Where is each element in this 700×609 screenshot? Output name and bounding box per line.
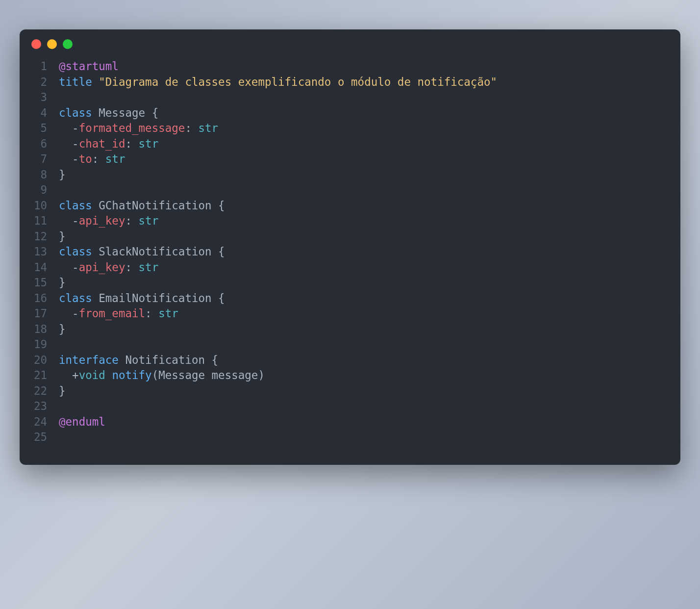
line-content: class EmailNotification { (59, 291, 225, 306)
code-line[interactable]: 1@startuml (20, 59, 680, 75)
line-number: 4 (20, 105, 59, 121)
code-line[interactable]: 15} (20, 275, 680, 291)
code-line[interactable]: 14 -api_key: str (20, 260, 680, 276)
code-line[interactable]: 7 -to: str (20, 152, 680, 167)
line-content: } (59, 275, 66, 291)
maximize-icon[interactable] (63, 39, 73, 49)
code-token: api_key (79, 261, 125, 274)
line-content (59, 182, 66, 198)
code-token: - (59, 214, 79, 227)
code-line[interactable]: 24@enduml (20, 414, 680, 430)
code-token: SlackNotification (99, 245, 211, 258)
line-content (59, 90, 66, 105)
code-token: + (59, 369, 79, 381)
code-token: class (59, 199, 92, 212)
code-token: void (79, 369, 105, 381)
code-line[interactable]: 6 -chat_id: str (20, 136, 680, 152)
line-number: 2 (20, 75, 59, 90)
code-line[interactable]: 12} (20, 229, 680, 245)
line-content: } (59, 167, 66, 183)
code-line[interactable]: 17 -from_email: str (20, 306, 680, 322)
close-icon[interactable] (31, 39, 41, 49)
code-token: Message message (158, 369, 258, 381)
code-line[interactable]: 11 -api_key: str (20, 213, 680, 229)
line-content: class SlackNotification { (59, 244, 225, 260)
code-line[interactable]: 8} (20, 167, 680, 183)
line-content: -chat_id: str (59, 136, 158, 152)
code-token: } (59, 168, 66, 181)
code-token: { (212, 199, 225, 212)
code-line[interactable]: 25 (20, 430, 680, 445)
code-token: str (139, 214, 159, 227)
code-token: { (145, 106, 158, 119)
code-token: - (59, 137, 79, 150)
code-token: from_email (79, 307, 145, 320)
code-area[interactable]: 1@startuml2title "Diagrama de classes ex… (20, 54, 680, 465)
code-token: interface (59, 354, 119, 366)
code-line[interactable]: 5 -formated_message: str (20, 121, 680, 136)
code-token (92, 245, 99, 258)
line-number: 12 (20, 229, 59, 245)
line-content: title "Diagrama de classes exemplificand… (59, 75, 497, 90)
code-token: class (59, 106, 92, 119)
line-number: 9 (20, 182, 59, 198)
line-content: class Message { (59, 105, 158, 121)
line-number: 22 (20, 383, 59, 399)
code-line[interactable]: 18} (20, 322, 680, 337)
line-number: 23 (20, 399, 59, 414)
code-line[interactable]: 20interface Notification { (20, 353, 680, 368)
code-token: api_key (79, 214, 125, 227)
code-token: Notification (125, 354, 205, 366)
code-line[interactable]: 3 (20, 90, 680, 105)
code-line[interactable]: 13class SlackNotification { (20, 244, 680, 260)
code-line[interactable]: 10class GChatNotification { (20, 198, 680, 214)
line-number: 7 (20, 152, 59, 167)
line-number: 5 (20, 121, 59, 136)
code-line[interactable]: 19 (20, 337, 680, 353)
minimize-icon[interactable] (47, 39, 57, 49)
code-token (92, 76, 99, 88)
code-token: : (125, 214, 138, 227)
line-content: -from_email: str (59, 306, 178, 322)
code-token: @enduml (59, 415, 105, 428)
code-line[interactable]: 9 (20, 182, 680, 198)
line-number: 8 (20, 167, 59, 183)
title-bar (20, 29, 680, 54)
line-content: @startuml (59, 59, 119, 75)
line-content (59, 399, 66, 414)
line-number: 6 (20, 136, 59, 152)
code-token: } (59, 230, 66, 243)
code-line[interactable]: 23 (20, 399, 680, 414)
code-token (92, 199, 99, 212)
line-content: -api_key: str (59, 213, 158, 229)
code-line[interactable]: 22} (20, 383, 680, 399)
code-token (92, 106, 99, 119)
code-token: to (79, 152, 92, 165)
code-token: class (59, 245, 92, 258)
line-content: } (59, 383, 66, 399)
code-token: : (92, 152, 105, 165)
code-token: str (198, 122, 218, 134)
line-number: 14 (20, 260, 59, 276)
code-token: ( (152, 369, 159, 381)
line-content: -api_key: str (59, 260, 158, 276)
code-line[interactable]: 4class Message { (20, 105, 680, 121)
code-token: str (158, 307, 178, 320)
code-token: : (125, 137, 138, 150)
code-token: chat_id (79, 137, 125, 150)
code-token: : (125, 261, 138, 274)
line-number: 15 (20, 275, 59, 291)
line-number: 1 (20, 59, 59, 75)
code-token: GChatNotification (99, 199, 211, 212)
code-token: - (59, 307, 79, 320)
code-line[interactable]: 16class EmailNotification { (20, 291, 680, 306)
code-token: - (59, 152, 79, 165)
code-line[interactable]: 21 +void notify(Message message) (20, 368, 680, 383)
code-line[interactable]: 2title "Diagrama de classes exemplifican… (20, 75, 680, 90)
code-token: notify (112, 369, 151, 381)
line-number: 13 (20, 244, 59, 260)
code-token: @startuml (59, 60, 119, 73)
code-token: Message (99, 106, 145, 119)
code-token (119, 354, 125, 366)
line-number: 16 (20, 291, 59, 306)
